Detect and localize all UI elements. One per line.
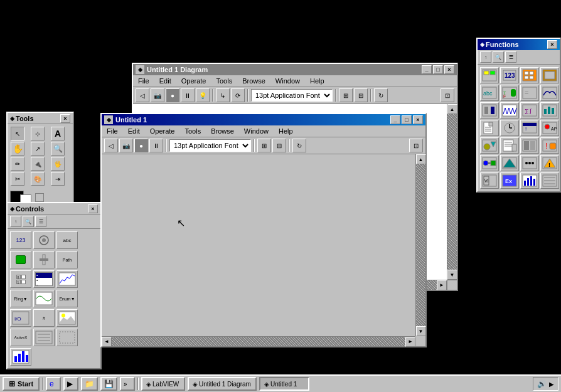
func-app-btn[interactable]: APP — [540, 120, 559, 136]
tray-speaker-icon[interactable]: 🔊 — [537, 379, 547, 388]
func-numeric-btn[interactable]: 123 — [500, 67, 519, 83]
func-file-btn[interactable] — [480, 120, 499, 136]
ctrl-slide-btn[interactable] — [33, 251, 55, 268]
taskbar-arrow-btn[interactable]: » — [120, 377, 135, 391]
diagram-scroll-down[interactable]: ▼ — [447, 270, 457, 280]
functions-window[interactable]: ◈ Functions × ↑ 🔍 ☰ 123 abc TF — [476, 38, 561, 193]
func-vis-btn[interactable]: VI — [480, 172, 499, 189]
ctrl-io-btn[interactable]: I/O — [10, 309, 31, 327]
ctrl-graph-btn[interactable] — [56, 270, 78, 288]
taskbar-diagram-btn[interactable]: ◈ Untitled 1 Diagram — [188, 377, 257, 391]
functions-menu-btn[interactable]: ☰ — [505, 51, 516, 63]
diagram-maximize-btn[interactable]: □ — [433, 65, 443, 74]
fp-tb-pause-btn[interactable]: ⏸ — [149, 139, 163, 152]
diagram-vscrollbar[interactable]: ▲ ▼ — [447, 104, 457, 280]
func-warning-btn[interactable]: ! — [540, 155, 559, 171]
functions-title-bar[interactable]: ◈ Functions × — [478, 39, 560, 50]
func-bool-btn[interactable]: TF — [500, 85, 519, 101]
fp-tb-dist-btn[interactable]: ⊟ — [272, 139, 286, 152]
tool-arrow-btn[interactable]: ↖ — [11, 127, 24, 140]
tb-bulb-btn[interactable]: 💡 — [196, 88, 210, 102]
tool-text-btn[interactable]: A — [51, 127, 65, 140]
taskbar-media-btn[interactable]: ▶ — [63, 377, 78, 391]
func-compare-btn[interactable]: = — [520, 85, 539, 101]
func-extra-btn[interactable] — [540, 172, 559, 189]
func-dots-btn[interactable] — [520, 155, 539, 171]
fp-menu-file[interactable]: File — [104, 127, 120, 135]
func-error-btn[interactable]: ! — [540, 137, 559, 154]
ctrl-enum-btn[interactable]: Enum▼ — [56, 290, 78, 307]
tb-run-btn[interactable]: ● — [166, 88, 179, 102]
tb-step1-btn[interactable]: ↳ — [216, 88, 230, 102]
controls-close-btn[interactable]: × — [88, 204, 98, 213]
tools-title-bar[interactable]: ◈ Tools × — [8, 113, 73, 124]
ctrl-path-btn[interactable]: Path — [56, 251, 78, 268]
diagram-scroll-up[interactable]: ▲ — [447, 104, 457, 114]
functions-up-btn[interactable]: ↑ — [480, 51, 491, 63]
fp-minimize-btn[interactable]: _ — [390, 115, 400, 124]
tool-select-btn[interactable]: ⊹ — [31, 127, 45, 140]
fp-close-btn[interactable]: × — [413, 115, 423, 124]
tool-zoom-btn[interactable]: 🔍 — [51, 142, 65, 156]
diagram-menu-window[interactable]: Window — [273, 77, 302, 85]
tool-scroll-btn[interactable]: 🖐 — [51, 157, 65, 171]
func-dialog-btn[interactable]: ! — [520, 120, 539, 136]
fp-hscrollbar[interactable]: ◄ ► — [102, 336, 415, 346]
func-bars2-btn[interactable] — [520, 172, 539, 189]
func-net-btn[interactable] — [480, 155, 499, 171]
fp-menu-tools[interactable]: Tools — [182, 127, 203, 135]
ctrl-activex-btn[interactable]: ActiveX — [10, 329, 31, 346]
fp-menu-edit[interactable]: Edit — [126, 127, 142, 135]
diagram-menu-tools[interactable]: Tools — [213, 77, 235, 85]
fp-font-select[interactable]: 13pt Application Font — [169, 139, 251, 152]
taskbar-fp-btn[interactable]: ◈ Untitled 1 — [259, 377, 309, 391]
func-array-btn[interactable] — [520, 67, 539, 83]
diagram-menu-edit[interactable]: Edit — [157, 77, 174, 85]
diagram-menu-browse[interactable]: Browse — [240, 77, 268, 85]
fp-vscrollbar[interactable]: ▲ ▼ — [415, 154, 425, 336]
tb-step2-btn[interactable]: ⟳ — [231, 88, 245, 102]
ctrl-knob-btn[interactable] — [33, 231, 55, 249]
fp-scroll-track-h[interactable] — [112, 337, 405, 346]
fp-scroll-right[interactable]: ► — [405, 337, 415, 347]
func-time-btn[interactable] — [500, 120, 519, 136]
tb-rotate-btn[interactable]: ↻ — [374, 88, 388, 102]
tools-window[interactable]: ◈ Tools × ↖ ⊹ A ✋ ↗ 🔍 ✏ 🔌 🖐 ✂ 🎨 ⇥ — [6, 112, 74, 208]
tb-back-btn[interactable]: ◁ — [136, 88, 149, 102]
fp-menu-window[interactable]: Window — [242, 127, 271, 135]
ctrl-array-btn[interactable]: 0 1 — [10, 270, 31, 288]
ctrl-picture-btn[interactable] — [56, 309, 78, 327]
ctrl-ring-btn[interactable]: Ring▼ — [10, 290, 31, 307]
fp-tb-back-btn[interactable]: ◁ — [104, 139, 118, 152]
diagram-scroll-track-v[interactable] — [447, 114, 457, 270]
tool-scissors-btn[interactable]: ✂ — [11, 172, 24, 186]
func-express-btn[interactable]: Ex — [500, 172, 519, 189]
controls-search-btn[interactable]: 🔍 — [23, 216, 34, 227]
func-math-btn[interactable]: ∑∫ — [520, 102, 539, 119]
ctrl-list-btn[interactable]: ▪ ▪ ▪ — [33, 270, 55, 288]
func-string-btn[interactable]: abc — [480, 85, 499, 101]
tb-dist-btn[interactable]: ⊟ — [354, 88, 368, 102]
func-adv-btn[interactable] — [480, 137, 499, 154]
diagram-menu-help[interactable]: Help — [307, 77, 327, 85]
diagram-menu-operate[interactable]: Operate — [179, 77, 209, 85]
fp-menu-help[interactable]: Help — [276, 127, 296, 135]
taskbar-folder-btn[interactable]: 📁 — [81, 377, 98, 391]
ctrl-bars-btn[interactable] — [10, 348, 31, 366]
tb-pause-btn[interactable]: ⏸ — [181, 88, 195, 102]
tools-trans-color[interactable] — [35, 193, 44, 202]
fp-window[interactable]: ◈ Untitled 1 _ □ × File Edit Operate Too… — [100, 113, 427, 347]
fp-tb-rotate-btn[interactable]: ↻ — [292, 139, 306, 152]
ctrl-boolean-btn[interactable] — [10, 251, 31, 268]
fp-tb-right-btn[interactable]: ⊡ — [409, 139, 423, 152]
controls-window[interactable]: ◈ Controls × ↑ 🔍 ☰ 123 abc Path — [6, 202, 102, 369]
diagram-scroll-right[interactable]: ► — [437, 280, 447, 290]
func-trig-btn[interactable] — [540, 85, 559, 101]
diagram-minimize-btn[interactable]: _ — [422, 65, 432, 74]
diagram-title-bar[interactable]: ◈ Untitled 1 Diagram _ □ × — [133, 64, 457, 75]
diagram-font-select[interactable]: 13pt Application Font — [251, 89, 333, 102]
fp-scroll-left[interactable]: ◄ — [102, 337, 112, 347]
functions-close-btn[interactable]: × — [547, 40, 557, 49]
ctrl-numeric-btn[interactable]: 123 — [10, 231, 31, 249]
fp-scroll-track-v[interactable] — [416, 164, 425, 326]
